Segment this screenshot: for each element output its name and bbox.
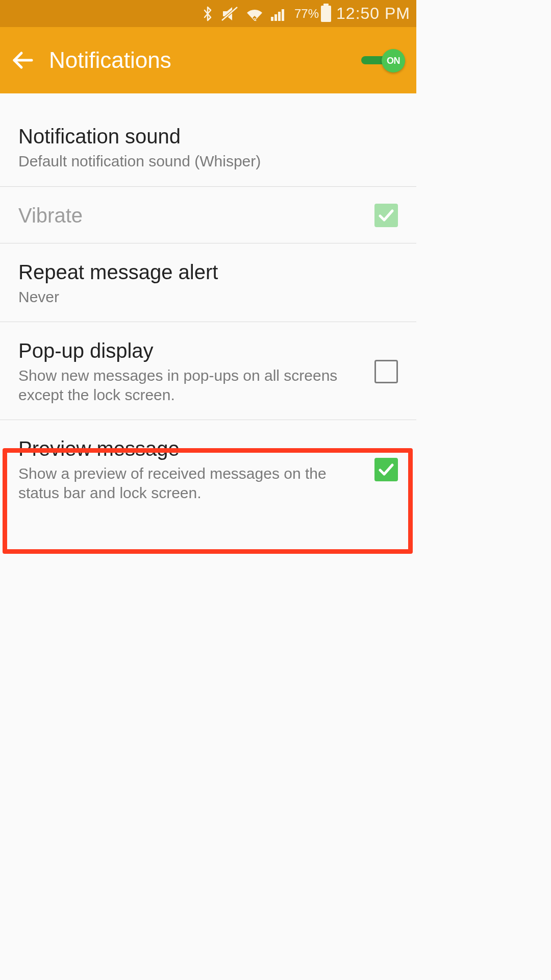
battery-indicator: 77% (294, 6, 331, 22)
battery-percent: 77% (294, 7, 319, 21)
notification-sound-item[interactable]: Notification sound Default notification … (0, 93, 416, 187)
popup-checkbox[interactable] (374, 360, 398, 383)
item-subtitle: Never (18, 287, 398, 307)
item-title: Repeat message alert (18, 260, 398, 284)
item-subtitle: Show a preview of received messages on t… (18, 464, 364, 502)
toggle-label: ON (382, 49, 405, 72)
preview-message-item[interactable]: Preview message Show a preview of receiv… (0, 420, 416, 518)
back-button[interactable] (11, 51, 34, 69)
settings-list: Notification sound Default notification … (0, 93, 416, 518)
bluetooth-icon (202, 5, 214, 22)
clock: 12:50 PM (336, 4, 410, 23)
svg-rect-7 (282, 9, 284, 21)
page-title: Notifications (49, 47, 346, 73)
item-subtitle: Default notification sound (Whisper) (18, 152, 398, 171)
popup-display-item[interactable]: Pop-up display Show new messages in pop-… (0, 322, 416, 420)
status-bar: 77% 12:50 PM (0, 0, 416, 27)
svg-rect-4 (271, 17, 273, 21)
vibrate-item[interactable]: Vibrate (0, 187, 416, 243)
item-subtitle: Show new messages in pop-ups on all scre… (18, 366, 364, 404)
battery-icon (321, 6, 331, 22)
repeat-alert-item[interactable]: Repeat message alert Never (0, 243, 416, 323)
notifications-master-toggle[interactable]: ON (361, 50, 405, 70)
item-title: Notification sound (18, 124, 398, 149)
preview-checkbox[interactable] (374, 458, 398, 481)
item-title: Preview message (18, 436, 364, 461)
item-title: Pop-up display (18, 338, 364, 363)
svg-rect-6 (278, 12, 281, 21)
signal-icon (271, 7, 287, 21)
mute-icon (221, 6, 238, 21)
item-title: Vibrate (18, 203, 364, 228)
vibrate-checkbox[interactable] (374, 204, 398, 227)
wifi-icon (245, 7, 264, 21)
app-bar: Notifications ON (0, 27, 416, 93)
status-icons: 77% (202, 5, 331, 22)
svg-rect-5 (274, 14, 277, 21)
